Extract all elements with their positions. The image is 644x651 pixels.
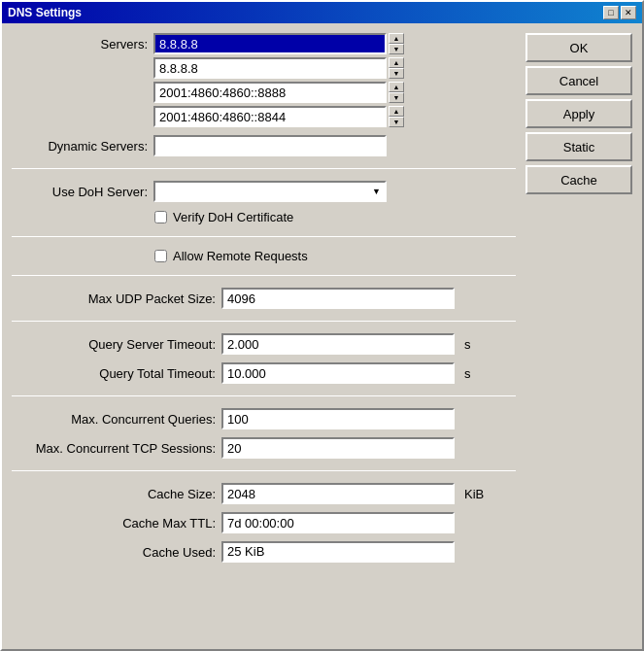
query-total-timeout-label: Query Total Timeout:: [12, 366, 216, 381]
servers-label: Servers:: [12, 33, 148, 51]
main-panel: Servers: ▲ ▼ ▲ ▼: [12, 33, 516, 639]
cache-size-row: Cache Size: KiB: [12, 483, 516, 504]
server-row-0: ▲ ▼: [153, 33, 404, 54]
query-server-timeout-unit: s: [464, 337, 471, 352]
max-concurrent-queries-row: Max. Concurrent Queries:: [12, 408, 516, 429]
verify-doh-row: Verify DoH Certificate: [12, 210, 516, 224]
query-total-timeout-unit: s: [464, 366, 471, 381]
cache-used-label: Cache Used:: [12, 545, 216, 560]
spin-down-icon[interactable]: ▼: [389, 68, 404, 79]
max-concurrent-tcp-label: Max. Concurrent TCP Sessions:: [12, 441, 216, 456]
cache-size-input[interactable]: [221, 483, 455, 504]
allow-remote-checkbox[interactable]: [154, 250, 167, 262]
query-total-timeout-input[interactable]: [221, 362, 455, 384]
cache-button[interactable]: Cache: [525, 165, 632, 194]
window-content: Servers: ▲ ▼ ▲ ▼: [2, 23, 642, 649]
cancel-button[interactable]: Cancel: [525, 66, 632, 95]
server-row-1: ▲ ▼: [153, 57, 404, 79]
spin-down-icon[interactable]: ▼: [389, 44, 404, 54]
spin-up-icon[interactable]: ▲: [389, 106, 404, 117]
dynamic-servers-label: Dynamic Servers:: [12, 139, 148, 154]
divider-6: [12, 470, 516, 471]
title-bar: DNS Settings □ ✕: [2, 2, 642, 23]
server-input-0[interactable]: [153, 33, 387, 54]
max-concurrent-queries-input[interactable]: [221, 408, 455, 429]
cache-max-ttl-label: Cache Max TTL:: [12, 516, 216, 531]
doh-server-row: Use DoH Server: ▼: [12, 181, 516, 202]
server-row-2: ▲ ▼: [153, 82, 404, 103]
servers-inputs: ▲ ▼ ▲ ▼ ▲: [153, 33, 404, 127]
dynamic-servers-row: Dynamic Servers:: [12, 135, 516, 156]
title-bar-buttons: □ ✕: [603, 6, 636, 19]
max-concurrent-tcp-input[interactable]: [221, 437, 455, 459]
doh-server-dropdown[interactable]: ▼: [153, 181, 387, 202]
static-button[interactable]: Static: [525, 132, 632, 161]
server-input-2[interactable]: [153, 82, 387, 103]
max-concurrent-tcp-row: Max. Concurrent TCP Sessions:: [12, 437, 516, 459]
server-spin-0[interactable]: ▲ ▼: [389, 33, 404, 54]
verify-doh-checkbox[interactable]: [154, 211, 167, 223]
divider-4: [12, 321, 516, 322]
main-window: DNS Settings □ ✕ Servers: ▲ ▼: [0, 0, 644, 651]
server-row-3: ▲ ▼: [153, 106, 404, 127]
apply-button[interactable]: Apply: [525, 99, 632, 128]
dynamic-servers-input[interactable]: [153, 135, 387, 156]
close-button[interactable]: ✕: [621, 6, 636, 19]
query-server-timeout-input[interactable]: [221, 333, 455, 355]
server-spin-3[interactable]: ▲ ▼: [389, 106, 404, 127]
verify-doh-label: Verify DoH Certificate: [173, 210, 293, 224]
udp-row: Max UDP Packet Size:: [12, 288, 516, 309]
maximize-button[interactable]: □: [603, 6, 619, 19]
spin-up-icon[interactable]: ▲: [389, 82, 404, 92]
cache-max-ttl-input[interactable]: [221, 512, 455, 533]
side-panel: OK Cancel Apply Static Cache: [525, 33, 632, 639]
spin-up-icon[interactable]: ▲: [389, 57, 404, 68]
doh-server-label: Use DoH Server:: [12, 185, 148, 199]
spin-down-icon[interactable]: ▼: [389, 92, 404, 103]
max-concurrent-queries-label: Max. Concurrent Queries:: [12, 412, 216, 427]
cache-size-label: Cache Size:: [12, 487, 216, 501]
servers-section: Servers: ▲ ▼ ▲ ▼: [12, 33, 516, 127]
divider-1: [12, 168, 516, 169]
allow-remote-row: Allow Remote Requests: [12, 249, 516, 263]
allow-remote-label: Allow Remote Requests: [173, 249, 308, 263]
server-spin-2[interactable]: ▲ ▼: [389, 82, 404, 103]
divider-2: [12, 236, 516, 237]
server-input-3[interactable]: [153, 106, 387, 127]
spin-up-icon[interactable]: ▲: [389, 33, 404, 44]
cache-used-value: 25 KiB: [221, 541, 455, 563]
spin-down-icon[interactable]: ▼: [389, 117, 404, 127]
cache-size-unit: KiB: [464, 487, 484, 501]
cache-used-row: Cache Used: 25 KiB: [12, 541, 516, 563]
udp-label: Max UDP Packet Size:: [12, 291, 216, 306]
server-spin-1[interactable]: ▲ ▼: [389, 57, 404, 79]
query-server-timeout-label: Query Server Timeout:: [12, 337, 216, 352]
dropdown-arrow-icon: ▼: [372, 187, 381, 196]
ok-button[interactable]: OK: [525, 33, 632, 62]
query-total-timeout-row: Query Total Timeout: s: [12, 362, 516, 384]
server-input-1[interactable]: [153, 57, 387, 79]
window-title: DNS Settings: [8, 6, 82, 19]
query-server-timeout-row: Query Server Timeout: s: [12, 333, 516, 355]
divider-3: [12, 275, 516, 276]
udp-input[interactable]: [221, 288, 455, 309]
divider-5: [12, 395, 516, 396]
cache-max-ttl-row: Cache Max TTL:: [12, 512, 516, 533]
